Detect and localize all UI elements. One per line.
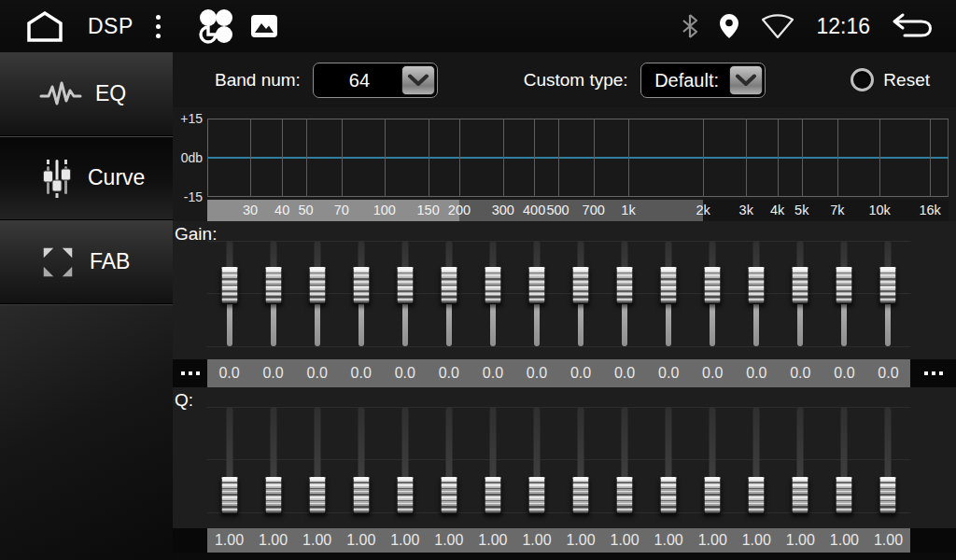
db-axis-label: 0db <box>181 150 203 165</box>
sidebar-item-curve[interactable]: Curve <box>0 136 173 220</box>
slider-thumb[interactable] <box>748 267 766 304</box>
gain-slider[interactable] <box>427 221 471 359</box>
slider-thumb[interactable] <box>264 477 282 514</box>
chevron-down-icon[interactable] <box>729 65 763 95</box>
q-slider[interactable] <box>866 387 910 528</box>
q-value: 1.00 <box>735 532 779 549</box>
q-slider[interactable] <box>339 387 383 528</box>
q-slider[interactable] <box>603 387 647 528</box>
q-value: 1.00 <box>691 532 735 549</box>
slider-thumb[interactable] <box>836 477 853 514</box>
gain-slider[interactable] <box>295 221 339 359</box>
q-slider[interactable] <box>207 387 251 528</box>
gain-slider[interactable] <box>207 221 251 359</box>
slider-thumb[interactable] <box>527 267 545 304</box>
sidebar-filler <box>0 304 173 560</box>
q-slider[interactable] <box>647 387 691 528</box>
slider-thumb[interactable] <box>792 477 809 514</box>
slider-thumb[interactable] <box>352 267 370 304</box>
gain-slider[interactable] <box>251 221 295 359</box>
q-value: 1.00 <box>383 532 427 549</box>
grid-line <box>628 119 629 197</box>
slider-thumb[interactable] <box>660 477 678 514</box>
reset-control[interactable]: Reset <box>851 68 930 91</box>
sidebar-item-fab[interactable]: FAB <box>0 220 173 304</box>
band-num-value: 64 <box>319 63 400 97</box>
slider-thumb[interactable] <box>836 267 853 304</box>
db-axis-label: +15 <box>180 111 203 126</box>
slider-thumb[interactable] <box>484 477 501 514</box>
reset-radio[interactable] <box>851 68 874 91</box>
gain-slider[interactable] <box>822 221 866 359</box>
slider-thumb[interactable] <box>308 477 326 514</box>
slider-thumb[interactable] <box>484 267 501 304</box>
slider-thumb[interactable] <box>572 477 590 514</box>
slider-thumb[interactable] <box>396 267 414 304</box>
band-num-select[interactable]: 64 <box>313 63 438 98</box>
home-icon[interactable] <box>22 8 67 44</box>
sidebar-item-eq[interactable]: EQ <box>0 52 173 136</box>
q-slider[interactable] <box>295 387 339 528</box>
apps-clover-icon[interactable] <box>196 7 235 46</box>
eq-plot[interactable]: 304050701001502003004005007001k2k3k4k5k7… <box>207 107 949 221</box>
grid-line <box>306 119 307 197</box>
q-slider[interactable] <box>559 387 603 528</box>
q-slider[interactable] <box>735 387 779 528</box>
slider-thumb[interactable] <box>879 267 897 304</box>
gain-more-left-button[interactable] <box>173 359 207 387</box>
q-slider[interactable] <box>514 387 558 528</box>
gain-slider[interactable] <box>866 221 910 359</box>
q-slider[interactable] <box>779 387 822 528</box>
freq-tick-label: 150 <box>417 200 440 221</box>
slider-thumb[interactable] <box>264 267 282 304</box>
slider-thumb[interactable] <box>352 477 370 514</box>
gain-slider[interactable] <box>603 221 647 359</box>
custom-type-select[interactable]: Default: <box>640 63 766 98</box>
gain-more-right-button[interactable] <box>910 359 956 387</box>
gain-slider[interactable] <box>647 221 691 359</box>
slider-thumb[interactable] <box>396 477 414 514</box>
slider-thumb[interactable] <box>616 477 634 514</box>
gain-slider-row <box>207 221 910 359</box>
q-slider[interactable] <box>691 387 735 528</box>
sidebar: EQ Curve <box>0 52 173 560</box>
grid-line <box>930 119 931 197</box>
slider-thumb[interactable] <box>879 477 897 514</box>
q-values-strip: 1.001.001.001.001.001.001.001.001.001.00… <box>207 528 910 553</box>
slider-thumb[interactable] <box>220 267 238 304</box>
gain-slider[interactable] <box>471 221 514 359</box>
gain-slider[interactable] <box>735 221 779 359</box>
slider-thumb[interactable] <box>704 267 722 304</box>
gallery-icon[interactable] <box>250 14 278 38</box>
freq-tick-label: 5k <box>794 200 808 221</box>
q-slider[interactable] <box>471 387 514 528</box>
slider-thumb[interactable] <box>308 267 326 304</box>
slider-thumb[interactable] <box>572 267 590 304</box>
slider-thumb[interactable] <box>440 267 457 304</box>
q-slider[interactable] <box>822 387 866 528</box>
q-slider[interactable] <box>427 387 471 528</box>
gain-slider[interactable] <box>383 221 427 359</box>
back-icon[interactable] <box>891 12 934 40</box>
menu-dots-icon[interactable] <box>152 11 164 42</box>
q-slider[interactable] <box>383 387 427 528</box>
slider-thumb[interactable] <box>792 267 809 304</box>
slider-thumb[interactable] <box>660 267 678 304</box>
q-slider[interactable] <box>251 387 295 528</box>
gain-slider[interactable] <box>691 221 735 359</box>
gain-slider[interactable] <box>514 221 558 359</box>
slider-thumb[interactable] <box>748 477 766 514</box>
slider-thumb[interactable] <box>527 477 545 514</box>
slider-thumb[interactable] <box>440 477 457 514</box>
bottom-edge <box>173 553 956 560</box>
grid-line <box>837 119 838 197</box>
freq-tick-label: 200 <box>448 200 471 221</box>
slider-thumb[interactable] <box>616 267 634 304</box>
chevron-down-icon[interactable] <box>401 65 435 95</box>
gain-slider[interactable] <box>779 221 822 359</box>
slider-thumb[interactable] <box>704 477 722 514</box>
freq-tick-label: 1k <box>621 200 635 221</box>
slider-thumb[interactable] <box>220 477 238 514</box>
gain-slider[interactable] <box>559 221 603 359</box>
gain-slider[interactable] <box>339 221 383 359</box>
